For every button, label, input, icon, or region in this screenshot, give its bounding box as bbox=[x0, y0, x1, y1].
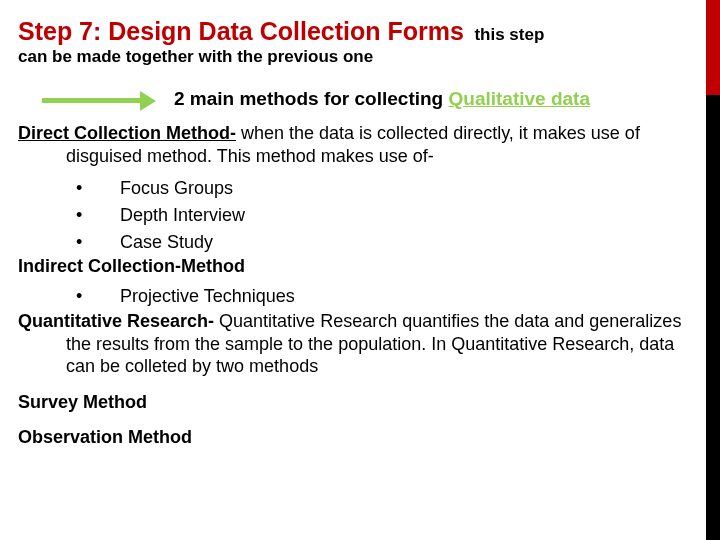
survey-method: Survey Method bbox=[18, 392, 698, 413]
methods-prefix: 2 main methods for collecting bbox=[174, 88, 449, 109]
direct-method-head: Direct Collection Method- bbox=[18, 123, 236, 143]
methods-line: 2 main methods for collecting Qualitativ… bbox=[174, 88, 590, 110]
qualitative-label: Qualitative data bbox=[449, 88, 591, 109]
bullet-label: Focus Groups bbox=[120, 175, 233, 202]
title-sub2: can be made together with the previous o… bbox=[18, 48, 698, 67]
bullet-label: Depth Interview bbox=[120, 202, 245, 229]
indirect-method-head: Indirect Collection-Method bbox=[18, 256, 698, 277]
arrow-icon bbox=[42, 98, 142, 103]
accent-sidebar bbox=[706, 0, 720, 540]
list-item: • Case Study bbox=[18, 229, 698, 256]
direct-method-paragraph: Direct Collection Method- when the data … bbox=[18, 122, 698, 167]
observation-method: Observation Method bbox=[18, 427, 698, 448]
bullet-label: Projective Techniques bbox=[120, 283, 295, 310]
indirect-bullets: • Projective Techniques bbox=[18, 283, 698, 310]
title-main: Step 7: Design Data Collection Forms bbox=[18, 17, 464, 45]
list-item: • Projective Techniques bbox=[18, 283, 698, 310]
bullet-icon: • bbox=[76, 175, 96, 202]
quant-paragraph: Quantitative Research- Quantitative Rese… bbox=[18, 310, 698, 378]
bullet-icon: • bbox=[76, 229, 96, 256]
list-item: • Depth Interview bbox=[18, 202, 698, 229]
bullet-icon: • bbox=[76, 202, 96, 229]
quant-head: Quantitative Research- bbox=[18, 311, 214, 331]
title-sub1: this step bbox=[474, 25, 544, 44]
bullet-icon: • bbox=[76, 283, 96, 310]
slide-content: Step 7: Design Data Collection Forms thi… bbox=[0, 0, 720, 448]
methods-intro-row: 2 main methods for collecting Qualitativ… bbox=[18, 88, 698, 110]
slide-title: Step 7: Design Data Collection Forms thi… bbox=[18, 18, 698, 66]
direct-bullets: • Focus Groups • Depth Interview • Case … bbox=[18, 175, 698, 256]
bullet-label: Case Study bbox=[120, 229, 213, 256]
list-item: • Focus Groups bbox=[18, 175, 698, 202]
